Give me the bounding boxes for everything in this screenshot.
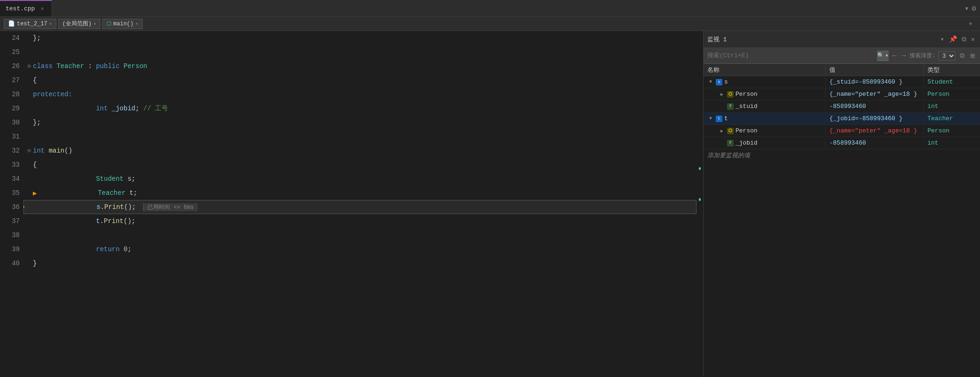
code-line-31 — [23, 130, 697, 144]
watch-name-t-person: Person — [735, 127, 758, 134]
main-layout: 24 25 26 27 28 29 30 31 32 33 34 35 36 3… — [0, 31, 980, 377]
watch-cell-value-s-stuid: -858993460 — [826, 102, 924, 111]
search-icon: 🔍 — [877, 52, 884, 59]
expand-s-icon[interactable]: ▼ — [707, 79, 714, 85]
debug-current-arrow-icon: ➡ — [23, 202, 25, 212]
watch-row-s[interactable]: ▼ s s {_stuid=-858993460 } Student — [704, 76, 980, 88]
scope-dropdown[interactable]: (全局范围) ▾ — [58, 19, 100, 29]
tab-close-button[interactable]: × — [38, 5, 46, 13]
watch-panel: 监视 1 ▾ 📌 ⧉ ✕ 🔍 ▾ ← → 搜索深度: 3 1 2 5 — [703, 31, 980, 377]
watch-header-actions: ▾ 📌 ⧉ ✕ — [939, 34, 976, 44]
watch-row-s-person[interactable]: ▶ ⬡ Person {_name="peter" _age=18 } Pers… — [704, 88, 980, 100]
expand-t-icon[interactable]: ▼ — [707, 115, 714, 122]
watch-close-icon[interactable]: ✕ — [970, 34, 976, 44]
watch-row-t-person[interactable]: ▶ ⬡ Person {_name="peter" _age=18 } Pers… — [704, 125, 980, 137]
watch-cell-type-t: Teacher — [924, 114, 980, 123]
watch-name-s: s — [724, 78, 728, 85]
line-numbers: 24 25 26 27 28 29 30 31 32 33 34 35 36 3… — [0, 31, 23, 377]
function-dropdown[interactable]: ⬡ main() ▾ — [102, 19, 142, 29]
watch-search-input[interactable] — [707, 52, 874, 59]
watch-depth-label: 搜索深度: — [910, 52, 935, 60]
code-lines: }; ⊟ class Teacher : public Person { — [23, 31, 697, 270]
watch-cell-type-s-stuid: int — [924, 102, 980, 111]
file-label: test_2_17 — [17, 21, 47, 27]
function-label: main() — [113, 21, 133, 27]
watch-cell-type-s-person: Person — [924, 90, 980, 99]
code-line-30: }; — [23, 115, 697, 130]
code-line-37: t.Print(); — [23, 214, 697, 228]
dropdown-arrow-icon[interactable]: ▾ — [965, 4, 969, 13]
code-content[interactable]: }; ⊟ class Teacher : public Person { — [23, 31, 697, 377]
code-line-24: }; — [23, 31, 697, 45]
watch-search-bar: 🔍 ▾ ← → 搜索深度: 3 1 2 5 ⧉ ⊞ — [704, 48, 980, 64]
watch-table: ▼ s s {_stuid=-858993460 } Student ▶ ⬡ P… — [704, 76, 980, 377]
watch-cell-value-t: {_jobid=-858993460 } — [826, 114, 924, 123]
watch-pin-icon[interactable]: 📌 — [948, 34, 958, 44]
search-dropdown-arrow-icon: ▾ — [885, 52, 888, 59]
struct-icon-s-person: ⬡ — [727, 91, 734, 98]
watch-name-s-stuid: _stuid — [735, 103, 758, 110]
struct-icon-t-person: ⬡ — [727, 128, 734, 134]
watch-row-s-stuid[interactable]: f _stuid -858993460 int — [704, 100, 980, 113]
fold-icon-26[interactable]: ⊟ — [25, 62, 33, 70]
expand-s-person-icon[interactable]: ▶ — [719, 91, 725, 98]
code-line-40: } — [23, 256, 697, 270]
code-editor: 24 25 26 27 28 29 30 31 32 33 34 35 36 3… — [0, 31, 703, 377]
watch-table-header: 名称 值 类型 — [704, 64, 980, 76]
code-line-27: { — [23, 73, 697, 87]
watch-nav-forward-icon[interactable]: → — [901, 52, 907, 60]
editor-toolbar: 📄 test_2_17 ▾ (全局范围) ▾ ⬡ main() ▾ + — [0, 17, 980, 31]
code-line-32: ⊟ int main() — [23, 144, 697, 158]
scope-label: (全局范围) — [62, 20, 92, 28]
watch-name-t: t — [724, 115, 728, 122]
watch-cell-value-s: {_stuid=-858993460 } — [826, 77, 924, 86]
var-icon-t: t — [716, 115, 722, 122]
watch-row-t-jobid[interactable]: f _jobid -858993460 int — [704, 137, 980, 149]
function-dropdown-arrow-icon: ▾ — [136, 21, 138, 27]
watch-row-t[interactable]: ▼ t t {_jobid=-858993460 } Teacher — [704, 113, 980, 125]
watch-cell-value-s-person: {_name="peter" _age=18 } — [826, 90, 924, 99]
watch-column-type-header: 类型 — [924, 64, 980, 76]
watch-cell-name-t-jobid: f _jobid — [704, 138, 826, 147]
watch-cell-type-t-person: Person — [924, 126, 980, 135]
watch-expand-icon[interactable]: ⊞ — [969, 50, 976, 62]
code-line-29: int _jobid; // 工号 — [23, 101, 697, 115]
code-line-26: ⊟ class Teacher : public Person — [23, 59, 697, 73]
file-dropdown[interactable]: 📄 test_2_17 ▾ — [4, 19, 56, 29]
tab-bar: test.cpp × ▾ ⚙ — [0, 0, 980, 17]
watch-dropdown-arrow-icon[interactable]: ▾ — [939, 34, 945, 44]
file-dropdown-arrow-icon: ▾ — [49, 21, 52, 27]
settings-icon[interactable]: ⚙ — [972, 4, 976, 13]
watch-float-icon[interactable]: ⧉ — [960, 35, 968, 44]
editor-scrollbar[interactable] — [697, 31, 703, 377]
add-watch-button[interactable]: + — [965, 19, 976, 29]
watch-cell-value-t-jobid: -858993460 — [826, 138, 924, 147]
scrollbar-thumb — [699, 167, 701, 170]
watch-cell-name-s: ▼ s s — [704, 77, 826, 86]
watch-panel-header: 监视 1 ▾ 📌 ⧉ ✕ — [704, 31, 980, 48]
field-icon-t-jobid: f — [727, 140, 734, 146]
watch-cell-name-s-person: ▶ ⬡ Person — [704, 90, 826, 99]
var-icon-s: s — [716, 79, 722, 85]
expand-t-person-icon[interactable]: ▶ — [719, 128, 725, 134]
watch-cell-name-s-stuid: f _stuid — [704, 102, 826, 111]
watch-panel-title: 监视 1 — [707, 35, 727, 44]
add-watch-item[interactable]: 添加要监视的项 — [704, 149, 980, 162]
watch-cell-type-t-jobid: int — [924, 138, 980, 147]
watch-cell-value-t-person: {_name="peter" _age=18 } — [826, 126, 924, 135]
timing-badge: 已用时间 <= 6ms — [143, 203, 197, 211]
watch-depth-select[interactable]: 3 1 2 5 — [938, 51, 956, 61]
watch-search-button[interactable]: 🔍 ▾ — [877, 51, 888, 61]
watch-column-value-header: 值 — [826, 64, 924, 76]
field-icon-s-stuid: f — [727, 103, 734, 110]
fold-icon-32[interactable]: ⊟ — [25, 147, 33, 154]
file-icon: 📄 — [8, 20, 15, 27]
watch-column-name-header: 名称 — [704, 64, 826, 76]
file-tab[interactable]: test.cpp × — [0, 0, 52, 16]
watch-nav-back-icon[interactable]: ← — [891, 52, 898, 60]
code-line-25 — [23, 45, 697, 59]
watch-name-t-jobid: _jobid — [735, 139, 758, 146]
watch-copy-icon[interactable]: ⧉ — [958, 51, 966, 61]
tab-bar-actions: ▾ ⚙ — [965, 4, 980, 13]
watch-cell-type-s: Student — [924, 77, 980, 86]
